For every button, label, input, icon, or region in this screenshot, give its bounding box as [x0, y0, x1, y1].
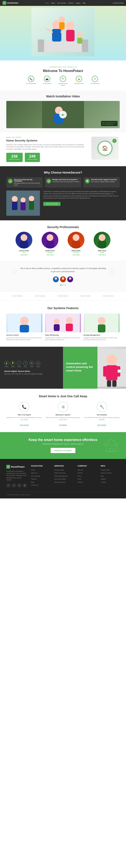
- footer-nav-overview[interactable]: Our Overview: [31, 475, 50, 477]
- footer-nav-blog[interactable]: Blog: [31, 481, 50, 484]
- energy-management-desc: Intelligent energy management systems to…: [84, 337, 120, 341]
- expert-link[interactable]: Let's Connect: [20, 424, 29, 426]
- footer-service-energy[interactable]: Energy Management: [54, 475, 73, 477]
- build-desc: Work with our team to design the perfect…: [45, 416, 81, 421]
- prof-stars-0: ★★★★★: [12, 254, 35, 256]
- automation-image: [97, 347, 126, 389]
- footer-logo: H HoomPotact: [6, 465, 27, 469]
- nav-home[interactable]: Home: [45, 2, 49, 4]
- professionals-section: Security Professionals Lauren Smith CEO …: [0, 220, 126, 261]
- features-grid: 📞 On-Call Specialist 📷 Smart Camera 🔭 Ou…: [8, 76, 118, 86]
- footer-copyright: © 2024 HoomPotact. All rights reserved.: [6, 494, 31, 495]
- svg-rect-49: [66, 323, 73, 331]
- green-banner-cta[interactable]: Request a Free Quote: [51, 448, 75, 453]
- access-control-title: Access Control: [6, 334, 42, 336]
- stat-solutions: 249 Solutions Installed: [25, 153, 40, 162]
- footer-company-news[interactable]: News: [77, 478, 97, 480]
- nav-region[interactable]: Region: [76, 2, 81, 4]
- play-button[interactable]: ▶: [59, 111, 67, 118]
- test-dot-1[interactable]: [60, 284, 62, 286]
- feature-smart-camera: 📷 Smart Camera: [41, 76, 53, 86]
- footer-nav-partners[interactable]: Partners: [31, 478, 50, 480]
- feature-locks: 🔒 Electronic Locks: [73, 76, 85, 86]
- test-avatar-1: [53, 276, 59, 282]
- hero-section: [0, 6, 126, 60]
- prof-name-3: Matt Carey: [91, 250, 114, 252]
- nav-partners[interactable]: Partners: [68, 2, 73, 4]
- svg-rect-39: [62, 280, 64, 282]
- footer-service-security[interactable]: Security Systems: [54, 481, 73, 484]
- footer-company-title: Company: [77, 465, 97, 467]
- install-link[interactable]: Let's Connect: [97, 424, 106, 426]
- video-section: Watch Installation Video ▶ We are truste…: [0, 90, 126, 132]
- svg-rect-9: [59, 22, 65, 30]
- partner-2: PARTNER2: [35, 295, 46, 297]
- stat-customers: 238 Satisfied Customers: [6, 153, 23, 162]
- why-image: [6, 191, 40, 216]
- feature-monitoring: 👁 24/7 Monitoring: [89, 76, 101, 86]
- footer-nav-home[interactable]: Home: [31, 469, 50, 471]
- auto-icon-lighting: 💡 Lighting: [10, 361, 15, 367]
- svg-rect-44: [20, 325, 29, 333]
- footer-company-partners[interactable]: Partners: [77, 481, 97, 484]
- build-link[interactable]: Get Started: [59, 424, 67, 426]
- why-cta-button[interactable]: Get A Free Quote: [43, 202, 61, 206]
- svg-point-30: [46, 234, 53, 241]
- prof-photo-1: [41, 232, 58, 248]
- access-control-image: [6, 313, 42, 333]
- nav-overview[interactable]: Our Overview: [57, 2, 66, 4]
- footer-nav-contact[interactable]: Contact Us: [31, 484, 50, 487]
- social-twitter[interactable]: t: [12, 483, 16, 488]
- security-title: Home Security Systems: [6, 139, 86, 142]
- system-card-access: Access Control Smart access control solu…: [6, 313, 42, 341]
- on-call-label: On-Call Specialist: [26, 83, 36, 85]
- video-thumbnail[interactable]: ▶ We are trusted by more than 45,000 cli…: [6, 101, 120, 128]
- footer-col-info: Info Privacy Policy Terms of Service FAQ…: [101, 465, 120, 488]
- footer-company-press[interactable]: Press: [77, 475, 97, 477]
- footer-services-title: Services: [54, 465, 73, 467]
- lighting-icon: 💡: [10, 361, 15, 366]
- navigation: H HoomPotact Home About Our Overview Par…: [0, 0, 126, 6]
- footer-logo-icon: H: [6, 465, 10, 469]
- outdoor-camera-label: Outdoor Camera System: [57, 83, 69, 86]
- nav-about[interactable]: About: [51, 2, 55, 4]
- social-linkedin[interactable]: in: [17, 483, 22, 488]
- svg-rect-17: [54, 115, 56, 122]
- footer-nav-about[interactable]: About Us: [31, 472, 50, 474]
- footer-info-support[interactable]: Support: [101, 478, 120, 480]
- footer-company-careers[interactable]: Careers: [77, 472, 97, 474]
- social-youtube[interactable]: ▶: [23, 483, 27, 488]
- climate-icon-label: Climate: [18, 366, 21, 367]
- footer-info-privacy[interactable]: Privacy Policy: [101, 469, 120, 471]
- footer-service-access[interactable]: Access Control: [54, 469, 73, 471]
- social-facebook[interactable]: f: [6, 483, 10, 488]
- prof-name-0: Lauren Smith: [12, 250, 35, 252]
- nav-blog[interactable]: Blog: [83, 2, 86, 4]
- nav-logo[interactable]: H HoomPotact: [2, 1, 18, 5]
- video-title: Watch Installation Video: [6, 95, 120, 98]
- prof-3: Matt Carey Expert ★★★★★: [91, 232, 114, 256]
- prof-name-2: Diana Smith: [64, 250, 88, 252]
- footer-service-auto[interactable]: Home Automation: [54, 478, 73, 480]
- automation-text: Automation and control powering the smar…: [63, 347, 97, 389]
- footer-info-terms[interactable]: Terms of Service: [101, 472, 120, 474]
- why-feature-save: 💰 Save your money and stay comfortable A…: [6, 177, 43, 188]
- prof-name-1: Jackie Kevin: [38, 250, 62, 252]
- locks-icon: 🔒: [76, 76, 82, 82]
- footer-company-about[interactable]: About Us: [77, 469, 97, 471]
- energy-management-title: Energy Management: [84, 334, 120, 336]
- svg-rect-59: [112, 380, 117, 387]
- partner-3: PARTNER3: [58, 295, 68, 297]
- footer-info-contact[interactable]: Contact: [101, 481, 120, 484]
- svg-rect-2: [38, 39, 44, 52]
- footer-info-faq[interactable]: FAQ: [101, 475, 120, 477]
- testimonial-prev[interactable]: ‹: [12, 269, 17, 274]
- partner-1: PARTNER1: [12, 295, 23, 297]
- footer-service-video[interactable]: Video Monitoring: [54, 472, 73, 474]
- testimonial-next[interactable]: ›: [109, 269, 114, 274]
- test-dot-3[interactable]: [64, 284, 66, 286]
- test-dot-2[interactable]: [62, 284, 64, 286]
- video-badge-highlight: than 45,000 clients: [102, 124, 114, 125]
- why-feature-save-text: Save your money and stay comfortable Aff…: [14, 179, 41, 186]
- access-control-desc: Smart access control solutions for your …: [6, 337, 42, 341]
